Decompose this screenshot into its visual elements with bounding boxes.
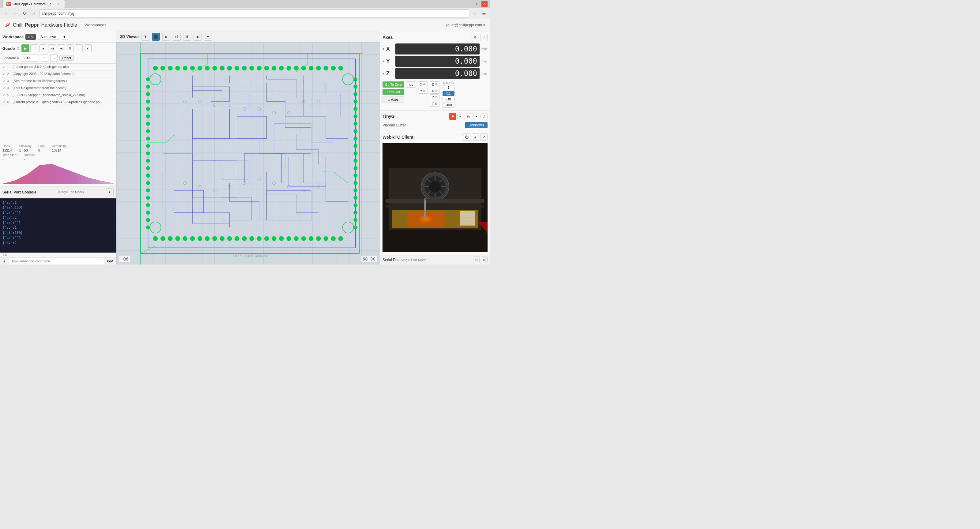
move-by-1[interactable]: 1: [442, 85, 455, 90]
move-by-0.01[interactable]: 0.01: [442, 97, 455, 102]
svg-point-58: [146, 100, 150, 103]
serial-expand-btn[interactable]: ▲: [0, 258, 9, 265]
webrtc-up-btn[interactable]: ▲: [472, 133, 479, 141]
autolevel-btn[interactable]: Auto-Level: [38, 34, 59, 40]
viewer-eye-btn[interactable]: 👁: [142, 33, 150, 41]
y-plus-btn[interactable]: Y ⊕: [418, 88, 428, 94]
stat-remaining-label: Remaining: [52, 145, 67, 148]
viewer-display-btn[interactable]: ⬛: [152, 33, 160, 41]
autolevel-dropdown[interactable]: ▼: [61, 34, 68, 40]
axis-y-dropdown[interactable]: ▾: [382, 59, 384, 64]
list-item[interactable]: ✓ 2 (Copyright 2005 - 2012 by John Johns…: [0, 71, 116, 78]
tinyg-dropdown-btn[interactable]: ▾: [473, 114, 479, 119]
workspaces-btn[interactable]: Workspaces: [82, 21, 109, 29]
home-btn[interactable]: ⌂: [30, 10, 37, 17]
user-dropdown-icon: ▾: [483, 23, 485, 27]
bookmark-btn[interactable]: ☆: [471, 10, 478, 17]
svg-point-81: [354, 114, 357, 118]
svg-point-87: [354, 159, 357, 162]
serial-line: {"qr":""}: [2, 235, 114, 241]
axis-x-value: 0.000: [395, 43, 480, 54]
axis-y-unit: mm: [481, 59, 488, 63]
gcode-rewind-btn[interactable]: ⏮: [48, 44, 56, 52]
gcode-pause-btn[interactable]: ⏸: [30, 44, 38, 52]
zero-out-btn[interactable]: Zero Out: [382, 89, 404, 95]
webrtc-expand-btn[interactable]: ⤢: [480, 133, 488, 141]
list-item[interactable]: ✓ 1 (.../pcb-gcode-3.6.2.4/pcb-gco de.ul…: [0, 64, 116, 71]
viewer-stop-btn[interactable]: ■: [194, 33, 202, 41]
stat-lines: Lines 13214: [2, 145, 12, 152]
workspace-import-btn[interactable]: ⬆ ✎: [25, 34, 36, 40]
list-item[interactable]: ✓ 3 (See readme.txt for licensing terms.…: [0, 78, 116, 85]
gcode-up-btn[interactable]: ↑: [75, 44, 83, 52]
move-by-0.001[interactable]: 0.001: [442, 103, 455, 108]
tinyg-expand-btn[interactable]: ⤢: [480, 114, 488, 119]
serial-go-btn[interactable]: Go!: [104, 258, 116, 265]
axes-settings-btn[interactable]: ⚙: [472, 34, 479, 41]
webrtc-power-btn[interactable]: ⏻: [463, 133, 470, 141]
svg-point-25: [317, 66, 321, 70]
gcode-forward-btn[interactable]: ⏭: [57, 44, 65, 52]
planner-label: Planner Buffer: [382, 123, 406, 127]
address-bar[interactable]: chilipeppr.com/tinyg: [39, 10, 469, 17]
log-btn[interactable]: log: [406, 81, 416, 87]
list-item[interactable]: ✓ 5 (..../ I2DC Stepper Encoder/i2dc_shi…: [0, 92, 116, 99]
webrtc-label: WebRTC Client: [382, 135, 414, 140]
chart-area: [2, 162, 114, 184]
maximize-btn[interactable]: □: [474, 1, 480, 7]
gcode-settings-btn[interactable]: ⚙: [66, 44, 74, 52]
svg-rect-146: [385, 205, 485, 208]
z-plus-btn[interactable]: Z ⊕: [430, 81, 439, 87]
menu-btn[interactable]: ☰: [480, 10, 488, 17]
svg-point-156: [424, 198, 426, 200]
serial-port-settings-btn[interactable]: ⚙: [481, 257, 488, 263]
svg-point-5: [168, 66, 173, 70]
viewer-play-btn[interactable]: ▶: [162, 33, 170, 41]
gcode-stop-btn[interactable]: ■: [39, 44, 47, 52]
back-btn[interactable]: ←: [2, 10, 10, 17]
line-code: (See readme.txt for licensing terms.): [13, 79, 67, 83]
stat-time-start: Time Start -: [2, 153, 16, 161]
axis-x-dropdown[interactable]: ▾: [382, 47, 384, 51]
reset-btn[interactable]: Reset: [59, 55, 74, 60]
axes-expand-btn[interactable]: ⤢: [480, 34, 488, 41]
viewer-pause-btn[interactable]: ⏸: [183, 33, 191, 41]
viewer-canvas[interactable]: Open Source Hardware -06 68.30: [116, 42, 380, 265]
close-btn[interactable]: ✕: [481, 1, 488, 7]
list-item[interactable]: ✓ 6 (Current profile is .../pcb-gcode-3.…: [0, 99, 116, 106]
z-minus-btn[interactable]: Z ⊖: [430, 101, 439, 106]
feedrate-up-btn[interactable]: ↑: [41, 54, 48, 62]
forward-btn[interactable]: →: [12, 10, 19, 17]
y-minus-btn[interactable]: Y ⊖: [430, 94, 439, 100]
svg-point-77: [354, 85, 357, 89]
svg-point-12: [220, 66, 224, 70]
tab-close-btn[interactable]: ✕: [56, 2, 61, 6]
serial-console-dropdown[interactable]: ▾: [106, 188, 114, 196]
x-plus-btn[interactable]: X ⊕: [418, 81, 428, 87]
goto-zero-btn[interactable]: Go To Zero: [382, 81, 404, 87]
axis-z-dropdown[interactable]: ▾: [382, 71, 384, 76]
stat-sent: Sent 0: [38, 145, 45, 152]
stat-showing-label: Showing: [19, 145, 31, 148]
axes-header-buttons: ⚙ ⤢: [472, 34, 488, 41]
tinyg-stop-btn[interactable]: ■: [449, 113, 456, 120]
move-by-0.1[interactable]: 0.1: [442, 91, 455, 96]
viewer-dropdown-btn[interactable]: ▾: [204, 33, 212, 41]
reload-btn[interactable]: ↻: [21, 10, 28, 17]
minimize-btn[interactable]: ─: [467, 1, 473, 7]
x-minus-btn[interactable]: X ⊖: [430, 88, 439, 94]
browser-tab[interactable]: CP ChiliPeppr - Hardware Fid... ✕: [2, 0, 65, 8]
gcode-dropdown-btn[interactable]: ▾: [84, 44, 92, 52]
axes-home-btn[interactable]: ⌂ Axes: [382, 96, 404, 103]
list-item[interactable]: ✓ 4 (This file generated from the board:…: [0, 85, 116, 92]
gcode-list[interactable]: ✓ 1 (.../pcb-gcode-3.6.2.4/pcb-gco de.ul…: [0, 64, 116, 142]
tinyg-pct-btn[interactable]: %: [465, 114, 472, 119]
gcode-play-btn[interactable]: ▶: [21, 44, 29, 52]
viewer-toolbar: 3D Viewer 👁 ⬛ ▶ x1 ⏸ ■ ▾: [116, 31, 380, 42]
viewer-speed-btn[interactable]: x1: [173, 33, 181, 41]
serial-port-refresh-btn[interactable]: ↻: [473, 257, 480, 263]
serial-command-input[interactable]: [9, 258, 104, 265]
feedrate-down-btn[interactable]: ↓: [50, 54, 57, 62]
tinyg-tilde-btn[interactable]: ~: [457, 114, 463, 119]
feedrate-input[interactable]: [21, 54, 39, 62]
